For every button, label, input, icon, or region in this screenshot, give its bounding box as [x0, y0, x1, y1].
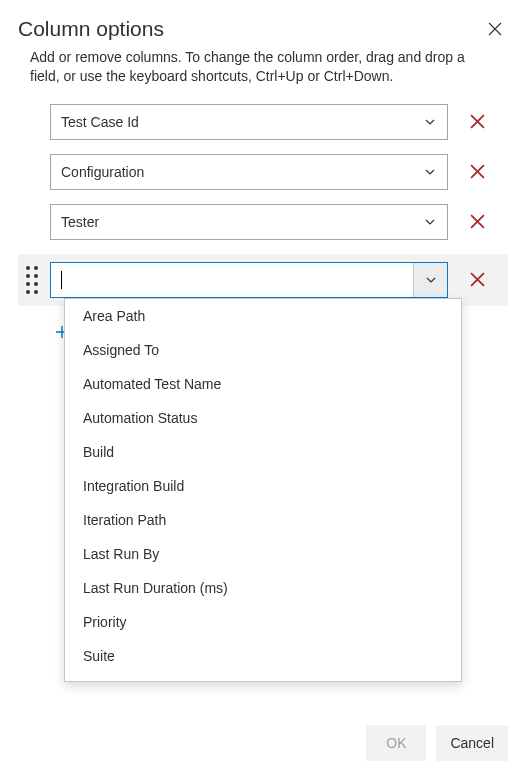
ok-button[interactable]: OK [366, 725, 426, 761]
remove-column-button[interactable] [460, 154, 494, 190]
column-dropdown[interactable]: Area PathAssigned ToAutomated Test NameA… [64, 298, 462, 682]
dropdown-option[interactable]: Automation Status [65, 401, 461, 435]
svg-point-2 [26, 274, 30, 278]
column-options-panel: Column options Add or remove columns. To… [0, 0, 526, 779]
column-combobox-active[interactable] [50, 262, 448, 298]
remove-column-button[interactable] [460, 204, 494, 240]
remove-icon [470, 114, 485, 129]
dropdown-option[interactable]: Suite [65, 639, 461, 673]
column-value: Tester [51, 214, 447, 230]
svg-point-4 [26, 282, 30, 286]
column-rows: Test Case Id Configuration Tes [50, 104, 508, 306]
cancel-button[interactable]: Cancel [436, 725, 508, 761]
dropdown-option[interactable]: Iteration Path [65, 503, 461, 537]
chevron-down-icon [426, 275, 436, 285]
column-input[interactable] [51, 263, 447, 297]
remove-icon [470, 272, 485, 287]
svg-point-3 [34, 274, 38, 278]
panel-header: Column options [18, 16, 508, 42]
column-value: Test Case Id [51, 114, 447, 130]
remove-icon [470, 164, 485, 179]
dropdown-option[interactable]: Priority [65, 605, 461, 639]
svg-point-5 [34, 282, 38, 286]
chevron-down-icon [425, 167, 435, 177]
column-combobox[interactable]: Tester [50, 204, 448, 240]
combobox-caret[interactable] [413, 205, 447, 239]
chevron-down-icon [425, 217, 435, 227]
panel-description: Add or remove columns. To change the col… [30, 48, 496, 86]
column-row: Configuration [50, 154, 508, 190]
chevron-down-icon [425, 117, 435, 127]
remove-icon [470, 214, 485, 229]
dropdown-list: Area PathAssigned ToAutomated Test NameA… [65, 299, 461, 673]
combobox-caret[interactable] [413, 263, 447, 297]
svg-point-1 [34, 266, 38, 270]
column-value: Configuration [51, 164, 447, 180]
drag-handle[interactable] [24, 268, 44, 292]
svg-point-6 [26, 290, 30, 294]
dropdown-option[interactable]: Build [65, 435, 461, 469]
panel-title: Column options [18, 17, 164, 41]
close-icon [488, 22, 502, 36]
remove-column-button[interactable] [460, 104, 494, 140]
dropdown-option[interactable]: Automated Test Name [65, 367, 461, 401]
svg-point-7 [34, 290, 38, 294]
dropdown-option[interactable]: Integration Build [65, 469, 461, 503]
column-combobox[interactable]: Test Case Id [50, 104, 448, 140]
text-caret [61, 271, 62, 289]
column-row: Tester [50, 204, 508, 240]
panel-footer: OK Cancel [366, 725, 508, 761]
grip-icon [24, 264, 44, 296]
combobox-caret[interactable] [413, 105, 447, 139]
close-button[interactable] [482, 16, 508, 42]
svg-point-0 [26, 266, 30, 270]
column-row: Test Case Id [50, 104, 508, 140]
dropdown-option[interactable]: Area Path [65, 299, 461, 333]
dropdown-option[interactable]: Last Run Duration (ms) [65, 571, 461, 605]
dropdown-option[interactable]: Last Run By [65, 537, 461, 571]
column-combobox[interactable]: Configuration [50, 154, 448, 190]
combobox-caret[interactable] [413, 155, 447, 189]
dropdown-option[interactable]: Assigned To [65, 333, 461, 367]
remove-column-button[interactable] [460, 262, 494, 298]
